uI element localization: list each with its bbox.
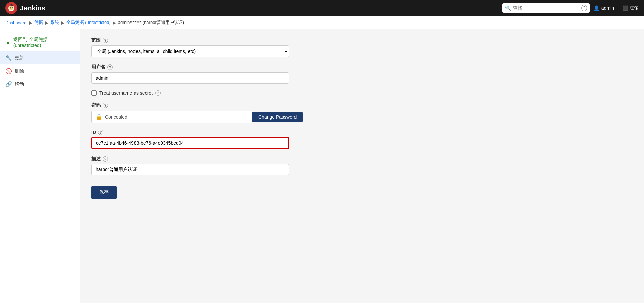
- description-help-icon[interactable]: ?: [103, 156, 108, 162]
- password-label: 密码 ?: [91, 102, 633, 109]
- breadcrumb-global[interactable]: 全局凭据 (unrestricted): [66, 19, 111, 26]
- treat-secret-checkbox[interactable]: [91, 90, 97, 96]
- sidebar: ▲ 返回到 全局凭据 (unrestricted) 🔧 更新 🚫 删除 🔗 移动: [0, 29, 80, 303]
- change-password-button[interactable]: Change Password: [252, 112, 303, 122]
- user-icon: 👤: [594, 5, 599, 11]
- breadcrumb: Dashboard ▶ 凭据 ▶ 系统 ▶ 全局凭据 (unrestricted…: [0, 16, 644, 29]
- password-help-icon[interactable]: ?: [103, 103, 108, 108]
- logout-button[interactable]: ⬛ 注销: [622, 5, 639, 11]
- username-help-icon[interactable]: ?: [107, 64, 113, 70]
- sidebar-item-update-label: 更新: [15, 55, 24, 61]
- username-label: admin: [601, 5, 614, 11]
- id-label: ID ?: [91, 130, 633, 135]
- treat-secret-help-icon[interactable]: ?: [155, 90, 161, 96]
- move-icon: 🔗: [5, 81, 12, 87]
- svg-rect-5: [10, 5, 11, 6]
- sidebar-item-update[interactable]: 🔧 更新: [0, 51, 80, 64]
- search-input[interactable]: [513, 5, 579, 11]
- breadcrumb-sep-4: ▶: [113, 20, 116, 25]
- content-area: 范围 ? 全局 (Jenkins, nodes, items, all chil…: [80, 29, 644, 303]
- lock-icon: 🔒: [96, 114, 102, 120]
- username-input[interactable]: [91, 72, 289, 84]
- breadcrumb-dashboard[interactable]: Dashboard: [5, 20, 27, 25]
- back-icon: ▲: [5, 39, 11, 45]
- sidebar-item-move-label: 移动: [15, 81, 24, 87]
- password-field: 🔒 Concealed: [91, 111, 252, 123]
- save-button[interactable]: 保存: [91, 186, 117, 199]
- username-section: 用户名 ?: [91, 64, 633, 84]
- sidebar-item-move[interactable]: 🔗 移动: [0, 78, 80, 91]
- svg-point-2: [10, 7, 11, 8]
- jenkins-title: Jenkins: [20, 4, 45, 12]
- logout-icon: ⬛: [622, 5, 628, 11]
- jenkins-icon: [5, 2, 17, 14]
- treat-secret-section: Treat username as secret ?: [91, 90, 633, 96]
- id-help-icon[interactable]: ?: [98, 130, 103, 135]
- scope-select[interactable]: 全局 (Jenkins, nodes, items, all child ite…: [91, 45, 289, 57]
- breadcrumb-sep-1: ▶: [29, 20, 32, 25]
- username-label: 用户名 ?: [91, 64, 633, 70]
- delete-icon: 🚫: [5, 68, 12, 74]
- id-section: ID ?: [91, 130, 633, 149]
- search-icon: 🔍: [505, 5, 511, 11]
- sidebar-item-delete-label: 删除: [15, 68, 24, 74]
- breadcrumb-credentials[interactable]: 凭据: [34, 19, 43, 26]
- scope-help-icon[interactable]: ?: [103, 38, 108, 43]
- description-input[interactable]: [91, 164, 289, 175]
- password-section: 密码 ? 🔒 Concealed Change Password: [91, 102, 633, 123]
- description-label: 描述 ?: [91, 156, 633, 162]
- description-section: 描述 ?: [91, 156, 633, 175]
- jenkins-logo: Jenkins: [5, 2, 45, 14]
- update-icon: 🔧: [5, 55, 12, 61]
- treat-secret-label: Treat username as secret: [99, 90, 153, 96]
- treat-secret-row: Treat username as secret ?: [91, 90, 633, 96]
- id-input[interactable]: [91, 137, 289, 149]
- breadcrumb-sep-3: ▶: [61, 20, 64, 25]
- password-concealed-text: Concealed: [105, 114, 127, 120]
- scope-section: 范围 ? 全局 (Jenkins, nodes, items, all chil…: [91, 37, 633, 57]
- breadcrumb-system[interactable]: 系统: [50, 19, 59, 26]
- scope-label: 范围 ?: [91, 37, 633, 43]
- sidebar-item-back[interactable]: ▲ 返回到 全局凭据 (unrestricted): [0, 33, 80, 51]
- sidebar-item-delete[interactable]: 🚫 删除: [0, 64, 80, 78]
- user-menu[interactable]: 👤 admin: [594, 5, 614, 11]
- logout-label: 注销: [629, 5, 639, 11]
- breadcrumb-current: admin/****** (harbor普通用户认证): [118, 19, 184, 26]
- search-help-icon[interactable]: ?: [581, 5, 587, 11]
- password-row: 🔒 Concealed Change Password: [91, 111, 633, 123]
- header: Jenkins 🔍 ? 👤 admin ⬛ 注销: [0, 0, 644, 16]
- main-layout: ▲ 返回到 全局凭据 (unrestricted) 🔧 更新 🚫 删除 🔗 移动…: [0, 29, 644, 303]
- sidebar-item-back-label: 返回到 全局凭据 (unrestricted): [13, 37, 75, 48]
- breadcrumb-sep-2: ▶: [45, 20, 48, 25]
- search-box[interactable]: 🔍 ?: [502, 3, 590, 13]
- svg-point-3: [12, 7, 13, 8]
